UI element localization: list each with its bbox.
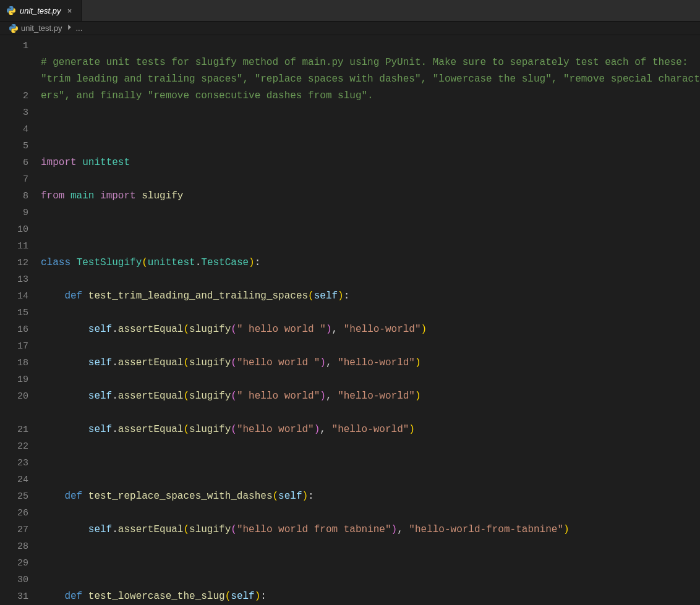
code-line <box>41 455 700 472</box>
line-number: 27 <box>0 522 28 538</box>
line-number: 31 <box>0 588 28 605</box>
line-number: 21 <box>0 421 28 438</box>
line-number: 19 <box>0 371 28 388</box>
code-line: from main import slugify <box>41 188 700 205</box>
line-number: 8 <box>0 188 28 205</box>
line-number: 17 <box>0 338 28 355</box>
code-editor[interactable]: 1 2 3 4 5 6 7 8 9 10 11 12 13 14 15 16 1… <box>0 35 700 605</box>
code-line: class TestSlugify(unittest.TestCase): <box>41 255 700 271</box>
line-number: 13 <box>0 271 28 288</box>
line-number: 29 <box>0 555 28 572</box>
line-number: 23 <box>0 455 28 472</box>
line-number: 22 <box>0 438 28 455</box>
tab-unit-test[interactable]: unit_test.py × <box>0 0 82 21</box>
code-content[interactable]: # generate unit tests for slugify method… <box>41 38 700 605</box>
breadcrumb-file[interactable]: unit_test.py <box>21 23 62 33</box>
python-file-icon <box>6 6 16 15</box>
code-line: def test_lowercase_the_slug(self): <box>41 588 700 605</box>
code-line <box>41 555 700 572</box>
line-number: 15 <box>0 305 28 321</box>
line-number: 5 <box>0 138 28 154</box>
line-number: 10 <box>0 221 28 238</box>
line-number: 20 <box>0 388 28 421</box>
line-number: 9 <box>0 205 28 221</box>
line-number: 12 <box>0 255 28 271</box>
code-line: def test_trim_leading_and_trailing_space… <box>41 288 700 305</box>
line-number: 7 <box>0 171 28 188</box>
line-number: 26 <box>0 505 28 522</box>
code-line: self.assertEqual(slugify("hello world fr… <box>41 522 700 538</box>
code-line: self.assertEqual(slugify("hello world"),… <box>41 421 700 438</box>
line-number: 30 <box>0 572 28 588</box>
line-number: 11 <box>0 238 28 255</box>
code-line <box>41 221 700 238</box>
code-line: import unittest <box>41 154 700 171</box>
code-line <box>41 121 700 138</box>
line-number-gutter: 1 2 3 4 5 6 7 8 9 10 11 12 13 14 15 16 1… <box>0 38 41 605</box>
code-line: self.assertEqual(slugify(" hello world")… <box>41 388 700 405</box>
line-number: 18 <box>0 355 28 371</box>
breadcrumb-more[interactable]: ... <box>76 23 83 33</box>
tab-bar: unit_test.py × <box>0 0 700 22</box>
python-file-icon <box>9 23 19 33</box>
line-number: 14 <box>0 288 28 305</box>
breadcrumb-bar[interactable]: unit_test.py ... <box>0 22 700 35</box>
line-number: 24 <box>0 472 28 488</box>
line-number: 1 <box>0 38 28 88</box>
line-number: 6 <box>0 154 28 171</box>
line-number: 3 <box>0 104 28 121</box>
code-line: def test_replace_spaces_with_dashes(self… <box>41 488 700 505</box>
editor-window: unit_test.py × unit_test.py ... 1 2 3 4 … <box>0 0 700 605</box>
code-line: self.assertEqual(slugify("hello world ")… <box>41 355 700 371</box>
chevron-right-icon <box>65 23 74 33</box>
close-icon[interactable]: × <box>65 6 75 15</box>
code-line: self.assertEqual(slugify(" hello world "… <box>41 321 700 338</box>
line-number: 28 <box>0 538 28 555</box>
line-number: 16 <box>0 321 28 338</box>
line-number: 2 <box>0 88 28 104</box>
line-number: 4 <box>0 121 28 138</box>
code-line: # generate unit tests for slugify method… <box>41 54 700 104</box>
tab-label: unit_test.py <box>20 6 61 15</box>
line-number: 25 <box>0 488 28 505</box>
